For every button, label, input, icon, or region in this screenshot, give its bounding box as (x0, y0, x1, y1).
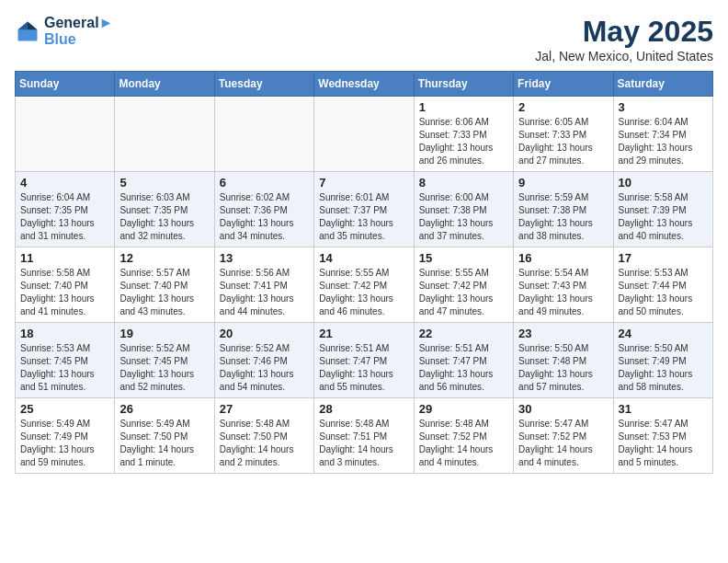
calendar-cell: 8Sunrise: 6:00 AM Sunset: 7:38 PM Daylig… (414, 172, 513, 247)
day-info: Sunrise: 5:47 AM Sunset: 7:53 PM Dayligh… (619, 418, 708, 469)
day-number: 23 (518, 327, 608, 340)
calendar-cell: 19Sunrise: 5:52 AM Sunset: 7:45 PM Dayli… (115, 323, 214, 398)
calendar-cell: 26Sunrise: 5:49 AM Sunset: 7:50 PM Dayli… (115, 398, 214, 474)
day-info: Sunrise: 5:48 AM Sunset: 7:52 PM Dayligh… (419, 418, 508, 469)
day-number: 6 (220, 176, 309, 190)
day-info: Sunrise: 5:55 AM Sunset: 7:42 PM Dayligh… (319, 267, 408, 318)
weekday-header-monday: Monday (115, 72, 214, 97)
day-number: 28 (319, 402, 408, 416)
day-info: Sunrise: 5:52 AM Sunset: 7:46 PM Dayligh… (220, 342, 309, 394)
calendar-cell: 30Sunrise: 5:47 AM Sunset: 7:52 PM Dayli… (514, 398, 613, 474)
day-number: 1 (419, 100, 508, 114)
day-number: 7 (319, 176, 408, 190)
day-info: Sunrise: 6:00 AM Sunset: 7:38 PM Dayligh… (419, 191, 508, 243)
day-info: Sunrise: 5:48 AM Sunset: 7:51 PM Dayligh… (319, 418, 408, 469)
day-info: Sunrise: 5:54 AM Sunset: 7:43 PM Dayligh… (518, 267, 608, 318)
logo: General► Blue (15, 15, 113, 47)
day-number: 31 (619, 402, 708, 416)
day-info: Sunrise: 6:03 AM Sunset: 7:35 PM Dayligh… (119, 191, 209, 243)
calendar-cell (115, 97, 214, 172)
calendar-cell: 9Sunrise: 5:59 AM Sunset: 7:38 PM Daylig… (514, 172, 613, 247)
calendar-cell: 13Sunrise: 5:56 AM Sunset: 7:41 PM Dayli… (214, 247, 313, 323)
day-number: 19 (119, 327, 209, 340)
calendar-cell: 10Sunrise: 5:58 AM Sunset: 7:39 PM Dayli… (613, 172, 712, 247)
calendar-week-4: 18Sunrise: 5:53 AM Sunset: 7:45 PM Dayli… (16, 323, 713, 398)
day-number: 17 (619, 251, 708, 265)
day-info: Sunrise: 5:50 AM Sunset: 7:48 PM Dayligh… (518, 342, 608, 394)
location-title: Jal, New Mexico, United States (535, 49, 713, 63)
day-info: Sunrise: 5:51 AM Sunset: 7:47 PM Dayligh… (419, 342, 508, 394)
day-number: 15 (419, 251, 508, 265)
day-number: 3 (619, 100, 708, 114)
weekday-header-saturday: Saturday (613, 72, 712, 97)
calendar-cell: 28Sunrise: 5:48 AM Sunset: 7:51 PM Dayli… (314, 398, 414, 474)
calendar-cell: 21Sunrise: 5:51 AM Sunset: 7:47 PM Dayli… (314, 323, 414, 398)
day-info: Sunrise: 6:04 AM Sunset: 7:35 PM Dayligh… (20, 191, 109, 243)
calendar-cell: 16Sunrise: 5:54 AM Sunset: 7:43 PM Dayli… (514, 247, 613, 323)
day-info: Sunrise: 5:57 AM Sunset: 7:40 PM Dayligh… (119, 267, 209, 318)
day-info: Sunrise: 5:49 AM Sunset: 7:49 PM Dayligh… (20, 418, 109, 469)
day-number: 24 (619, 327, 708, 340)
title-block: May 2025 Jal, New Mexico, United States (535, 15, 713, 63)
calendar-cell: 27Sunrise: 5:48 AM Sunset: 7:50 PM Dayli… (214, 398, 313, 474)
day-info: Sunrise: 5:55 AM Sunset: 7:42 PM Dayligh… (419, 267, 508, 318)
svg-marker-1 (28, 21, 38, 29)
day-info: Sunrise: 5:58 AM Sunset: 7:40 PM Dayligh… (20, 267, 109, 318)
month-title: May 2025 (535, 15, 713, 49)
weekday-header-thursday: Thursday (414, 72, 513, 97)
day-info: Sunrise: 5:56 AM Sunset: 7:41 PM Dayligh… (220, 267, 309, 318)
day-info: Sunrise: 5:53 AM Sunset: 7:44 PM Dayligh… (619, 267, 708, 318)
day-info: Sunrise: 6:06 AM Sunset: 7:33 PM Dayligh… (419, 116, 508, 167)
day-number: 25 (20, 402, 109, 416)
calendar-cell: 18Sunrise: 5:53 AM Sunset: 7:45 PM Dayli… (16, 323, 115, 398)
day-info: Sunrise: 6:01 AM Sunset: 7:37 PM Dayligh… (319, 191, 408, 243)
calendar-cell: 23Sunrise: 5:50 AM Sunset: 7:48 PM Dayli… (514, 323, 613, 398)
day-number: 13 (220, 251, 309, 265)
calendar-cell: 14Sunrise: 5:55 AM Sunset: 7:42 PM Dayli… (314, 247, 414, 323)
day-number: 20 (220, 327, 309, 340)
day-number: 4 (20, 176, 109, 190)
day-info: Sunrise: 5:51 AM Sunset: 7:47 PM Dayligh… (319, 342, 408, 394)
calendar-cell: 12Sunrise: 5:57 AM Sunset: 7:40 PM Dayli… (115, 247, 214, 323)
day-info: Sunrise: 6:05 AM Sunset: 7:33 PM Dayligh… (518, 116, 608, 167)
day-number: 16 (518, 251, 608, 265)
calendar-cell: 15Sunrise: 5:55 AM Sunset: 7:42 PM Dayli… (414, 247, 513, 323)
calendar-cell: 29Sunrise: 5:48 AM Sunset: 7:52 PM Dayli… (414, 398, 513, 474)
day-number: 8 (419, 176, 508, 190)
calendar-cell: 31Sunrise: 5:47 AM Sunset: 7:53 PM Dayli… (613, 398, 712, 474)
logo-text: General► Blue (44, 15, 113, 47)
calendar-table: SundayMondayTuesdayWednesdayThursdayFrid… (15, 71, 713, 474)
logo-icon (15, 18, 40, 44)
day-info: Sunrise: 5:58 AM Sunset: 7:39 PM Dayligh… (619, 191, 708, 243)
calendar-cell (16, 97, 115, 172)
calendar-week-5: 25Sunrise: 5:49 AM Sunset: 7:49 PM Dayli… (16, 398, 713, 474)
calendar-cell (314, 97, 414, 172)
day-number: 11 (20, 251, 109, 265)
day-info: Sunrise: 5:52 AM Sunset: 7:45 PM Dayligh… (119, 342, 209, 394)
day-number: 14 (319, 251, 408, 265)
day-info: Sunrise: 5:48 AM Sunset: 7:50 PM Dayligh… (220, 418, 309, 469)
calendar-week-1: 1Sunrise: 6:06 AM Sunset: 7:33 PM Daylig… (16, 97, 713, 172)
page-header: General► Blue May 2025 Jal, New Mexico, … (15, 15, 713, 63)
calendar-cell: 2Sunrise: 6:05 AM Sunset: 7:33 PM Daylig… (514, 97, 613, 172)
day-number: 5 (119, 176, 209, 190)
calendar-cell: 6Sunrise: 6:02 AM Sunset: 7:36 PM Daylig… (214, 172, 313, 247)
day-number: 30 (518, 402, 608, 416)
calendar-cell: 4Sunrise: 6:04 AM Sunset: 7:35 PM Daylig… (16, 172, 115, 247)
calendar-week-3: 11Sunrise: 5:58 AM Sunset: 7:40 PM Dayli… (16, 247, 713, 323)
day-number: 12 (119, 251, 209, 265)
day-number: 27 (220, 402, 309, 416)
weekday-header-wednesday: Wednesday (314, 72, 414, 97)
calendar-cell: 22Sunrise: 5:51 AM Sunset: 7:47 PM Dayli… (414, 323, 513, 398)
calendar-cell: 17Sunrise: 5:53 AM Sunset: 7:44 PM Dayli… (613, 247, 712, 323)
svg-marker-2 (18, 21, 28, 29)
day-number: 9 (518, 176, 608, 190)
calendar-cell: 3Sunrise: 6:04 AM Sunset: 7:34 PM Daylig… (613, 97, 712, 172)
weekday-header-friday: Friday (514, 72, 613, 97)
day-info: Sunrise: 5:47 AM Sunset: 7:52 PM Dayligh… (518, 418, 608, 469)
day-number: 2 (518, 100, 608, 114)
calendar-cell: 5Sunrise: 6:03 AM Sunset: 7:35 PM Daylig… (115, 172, 214, 247)
calendar-cell: 24Sunrise: 5:50 AM Sunset: 7:49 PM Dayli… (613, 323, 712, 398)
calendar-cell: 1Sunrise: 6:06 AM Sunset: 7:33 PM Daylig… (414, 97, 513, 172)
day-number: 29 (419, 402, 508, 416)
